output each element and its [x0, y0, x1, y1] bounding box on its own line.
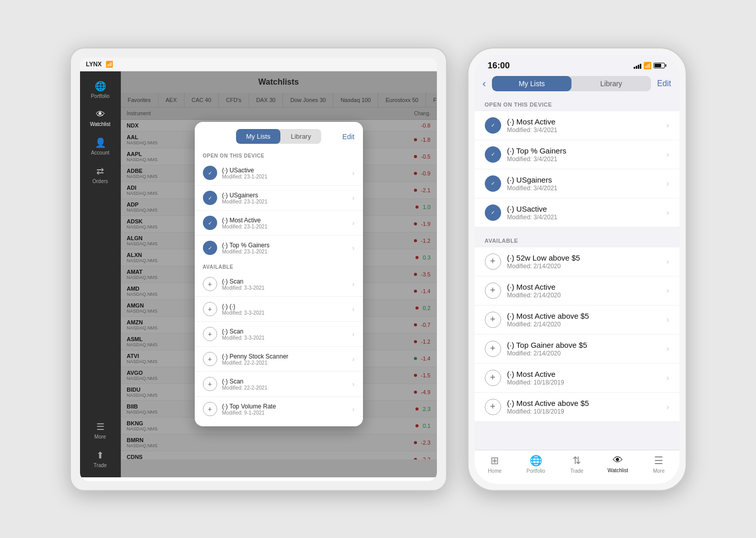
sidebar-item-account[interactable]: 👤 Account — [80, 133, 121, 160]
phone-add-icon: + — [485, 283, 501, 299]
phone-tab-mylists[interactable]: My Lists — [492, 76, 571, 91]
tabbar-watchlist-label: Watchlist — [608, 468, 628, 473]
phone-item-content: (·) USgainers Modified: 3/4/2021 — [507, 175, 667, 192]
popup-item-content: (·) (·) Modified: 3-3-2021 — [222, 303, 352, 316]
phone-back-button[interactable]: ‹ — [483, 78, 486, 89]
sidebar: 🌐 Portfolio 👁 Watchlist 👤 Account ⇄ Orde… — [80, 71, 121, 477]
popup-edit-button[interactable]: Edit — [342, 133, 354, 141]
phone-open-item[interactable]: ✓ (·) USactive Modified: 3/4/2021 › — [475, 198, 680, 227]
popup-tab-mylists[interactable]: My Lists — [236, 129, 281, 144]
add-icon: + — [203, 352, 217, 366]
phone-edit-button[interactable]: Edit — [657, 79, 671, 88]
chevron-right-icon: › — [352, 330, 355, 338]
phone-item-modified: Modified: 3/4/2021 — [507, 214, 667, 221]
watchlist-icon: 👁 — [96, 109, 105, 120]
popup-open-items: ✓ (·) USactive Modified: 23-1-2021 › ✓ (… — [195, 161, 363, 260]
phone-open-item[interactable]: ✓ (·) Top % Gainers Modified: 3/4/2021 › — [475, 140, 680, 169]
phone-item-name: (·) Most Active — [507, 370, 667, 378]
phone-open-item[interactable]: ✓ (·) USgainers Modified: 3/4/2021 › — [475, 169, 680, 198]
sidebar-orders-label: Orders — [92, 178, 108, 184]
popup-open-item[interactable]: ✓ (·) Most Active Modified: 23-1-2021 › — [195, 211, 363, 236]
phone-open-items: ✓ (·) Most Active Modified: 3/4/2021 › ✓… — [475, 111, 680, 227]
popup-available-item[interactable]: + (·) Scan Modified: 3-3-2021 › — [195, 272, 363, 297]
phone-tabbar-watchlist[interactable]: 👁 Watchlist — [597, 454, 638, 474]
chevron-right-icon: › — [352, 355, 355, 363]
phone-item-content: (·) USactive Modified: 3/4/2021 — [507, 204, 667, 221]
sidebar-item-more[interactable]: ☰ More — [80, 417, 121, 444]
phone-item-modified: Modified: 3/4/2021 — [507, 185, 667, 192]
phone-available-item[interactable]: + (·) Most Active above $5 Modified: 10/… — [475, 393, 680, 422]
popup-tabs: My Lists Library Edit — [195, 122, 363, 149]
phone-tabbar-home[interactable]: ⊞ Home — [475, 454, 515, 474]
phone-available-item[interactable]: + (·) Most Active above $5 Modified: 2/1… — [475, 305, 680, 335]
battery-icon — [654, 63, 666, 68]
add-icon: + — [203, 327, 217, 341]
chevron-right-icon: › — [352, 219, 355, 227]
popup-available-item[interactable]: + (·) Penny Stock Scanner Modified: 22-2… — [195, 347, 363, 372]
phone-item-name: (·) 52w Low above $5 — [507, 253, 667, 262]
phone-item-modified: Modified: 2/14/2020 — [507, 321, 667, 328]
popup-available-item[interactable]: + (·) (·) Modified: 3-3-2021 › — [195, 297, 363, 322]
chevron-right-icon: › — [666, 150, 669, 159]
popup-item-content: (·) USgainers Modified: 23-1-2021 — [222, 192, 352, 204]
popup-available-item[interactable]: + (·) Top Volume Rate Modified: 9-1-2021… — [195, 397, 363, 421]
popup-open-item[interactable]: ✓ (·) USactive Modified: 23-1-2021 › — [195, 161, 363, 186]
more-tb-icon: ☰ — [654, 454, 663, 467]
phone-open-item[interactable]: ✓ (·) Most Active Modified: 3/4/2021 › — [475, 111, 680, 140]
status-icons: 📶 — [634, 62, 666, 69]
sidebar-item-orders[interactable]: ⇄ Orders — [80, 162, 121, 188]
status-time: 16:00 — [488, 61, 510, 71]
popup-available-item[interactable]: + (·) Scan Modified: 3-3-2021 › — [195, 322, 363, 347]
phone-tabbar-more[interactable]: ☰ More — [638, 454, 679, 474]
phone-checked-icon: ✓ — [485, 204, 501, 221]
phone-available-item[interactable]: + (·) Most Active Modified: 2/14/2020 › — [475, 276, 680, 305]
phone-item-name: (·) Most Active above $5 — [507, 312, 667, 320]
add-icon: + — [203, 377, 217, 391]
bar4 — [640, 64, 641, 69]
portfolio-icon: 🌐 — [95, 81, 106, 92]
popup-tab-group: My Lists Library — [236, 129, 321, 144]
tabbar-portfolio-label: Portfolio — [527, 468, 545, 474]
radio-signal-icon: (·) — [507, 370, 514, 378]
radio-signal-icon: (·) — [222, 217, 228, 224]
phone-item-modified: Modified: 10/18/2019 — [507, 408, 667, 415]
popup-open-item[interactable]: ✓ (·) Top % Gainers Modified: 23-1-2021 … — [195, 236, 363, 260]
phone-available-item[interactable]: + (·) Most Active Modified: 10/18/2019 › — [475, 364, 680, 393]
phone-tabbar-portfolio[interactable]: 🌐 Portfolio — [515, 454, 556, 474]
scene: LYNX 📶 🌐 Portfolio 👁 Watchlist 👤 — [21, 27, 735, 511]
checked-icon: ✓ — [203, 191, 217, 205]
wifi-icon: 📶 — [643, 62, 651, 69]
phone-item-modified: Modified: 3/4/2021 — [507, 156, 667, 163]
radio-signal-icon: (·) — [507, 283, 514, 291]
phone-item-name: (·) USgainers — [507, 175, 667, 184]
popup-item-name: (·) Most Active — [222, 217, 352, 224]
phone-tab-library[interactable]: Library — [571, 76, 651, 91]
phone-item-content: (·) Most Active above $5 Modified: 2/14/… — [507, 312, 667, 328]
watchlist-tb-icon: 👁 — [613, 454, 623, 466]
phone-available-item[interactable]: + (·) 52w Low above $5 Modified: 2/14/20… — [475, 247, 680, 276]
popup-open-item[interactable]: ✓ (·) USgainers Modified: 23-1-2021 › — [195, 186, 363, 211]
chevron-right-icon: › — [666, 286, 669, 295]
popup-item-content: (·) Top % Gainers Modified: 23-1-2021 — [222, 242, 352, 254]
popup-item-modified: Modified: 23-1-2021 — [222, 199, 352, 204]
popup-item-modified: Modified: 22-2-2021 — [222, 360, 352, 366]
trade-tb-icon: ⇅ — [572, 454, 581, 467]
phone-available-item[interactable]: + (·) Top Gainer above $5 Modified: 2/14… — [475, 335, 680, 364]
chevron-right-icon: › — [352, 405, 355, 413]
popup-tab-library[interactable]: Library — [280, 129, 321, 144]
phone-item-name: (·) Top Gainer above $5 — [507, 341, 667, 349]
checked-icon: ✓ — [203, 241, 217, 255]
chevron-right-icon: › — [352, 194, 355, 202]
sidebar-item-trade[interactable]: ⬆ Trade — [80, 446, 121, 472]
popup-available-section-label: AVAILABLE — [195, 260, 363, 272]
radio-signal-icon: (·) — [222, 303, 228, 310]
popup-available-item[interactable]: + (·) Scan Modified: 22-2-2021 › — [195, 372, 363, 397]
sidebar-item-portfolio[interactable]: 🌐 Portfolio — [80, 76, 121, 103]
phone-tabbar-trade[interactable]: ⇅ Trade — [556, 454, 597, 474]
radio-signal-icon: (·) — [507, 175, 514, 184]
sidebar-item-watchlist[interactable]: 👁 Watchlist — [80, 105, 121, 131]
phone-item-name: (·) Top % Gainers — [507, 146, 667, 155]
phone-item-content: (·) Most Active above $5 Modified: 10/18… — [507, 399, 667, 415]
phone-item-modified: Modified: 2/14/2020 — [507, 292, 667, 299]
chevron-right-icon: › — [352, 280, 355, 288]
